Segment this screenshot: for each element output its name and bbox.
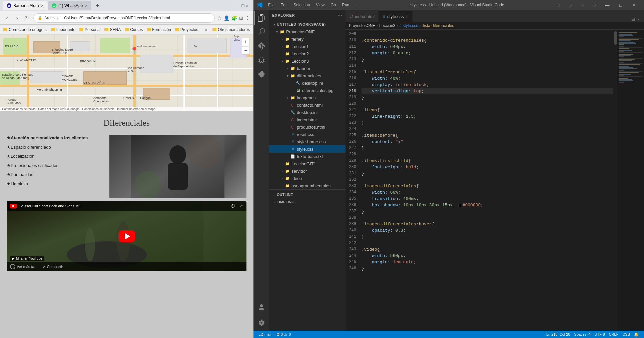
tab-close-2[interactable]: × xyxy=(85,3,87,8)
sidebar-workspace-header[interactable]: ▾ UNTITLED (WORKSPACE) xyxy=(269,21,346,28)
sidebar-toggle-icon[interactable]: ⊞ xyxy=(239,15,243,21)
youtube-share-button[interactable]: ↗ Compartir xyxy=(43,265,63,269)
timeline-panel[interactable]: › TIMELINE xyxy=(269,198,346,206)
activity-search[interactable] xyxy=(254,25,268,39)
tree-item-contacto[interactable]: › ⬡ contacto.html xyxy=(269,101,346,109)
youtube-embed[interactable]: Scissor Cut Short Back and Sides M... ⏱ … xyxy=(7,201,246,271)
statusbar-eol[interactable]: CRLF xyxy=(607,332,621,337)
layout-icon-1[interactable]: ⊟ xyxy=(553,1,563,9)
youtube-play-button[interactable] xyxy=(118,230,135,242)
tree-item-proyectosone[interactable]: ▾ 📁 ProyectosONE xyxy=(269,28,346,35)
breadcrumb-selector[interactable]: .lista-diferenciales xyxy=(422,23,454,28)
statusbar-language[interactable]: CSS xyxy=(620,332,632,337)
bookmark-personal[interactable]: Personal xyxy=(79,27,100,32)
activity-settings[interactable] xyxy=(254,316,268,329)
extensions-icon[interactable]: 🧩 xyxy=(231,15,237,21)
statusbar-feedback[interactable]: 🔔 xyxy=(632,332,641,337)
menu-file[interactable]: File xyxy=(265,0,277,10)
more-actions-icon[interactable]: ⋯ xyxy=(636,17,641,22)
tree-item-banner[interactable]: › 📁 banner xyxy=(269,65,346,72)
statusbar-encoding[interactable]: UTF-8 xyxy=(592,332,607,337)
tree-item-leccion1[interactable]: › 📁 Leccion1 xyxy=(269,43,346,50)
tree-item-index-html[interactable]: › ⬡ index.html xyxy=(269,116,346,123)
tab-close-button[interactable]: × xyxy=(406,14,408,19)
tree-item-imagenes[interactable]: › 📁 imagenes xyxy=(269,94,346,101)
breadcrumb-file[interactable]: # style.css xyxy=(399,23,418,28)
close-button[interactable]: × xyxy=(627,0,641,10)
minimize-button[interactable]: ― xyxy=(601,0,614,10)
statusbar-branch[interactable]: ⎇ main xyxy=(257,332,274,337)
bookmark-otros[interactable]: Otros marcadores xyxy=(212,27,250,32)
statusbar-position[interactable]: Ln 218, Col 28 xyxy=(544,332,572,337)
menu-run[interactable]: Run xyxy=(339,0,352,10)
tree-item-lecciongit1[interactable]: › 📁 LeccionGIT1 xyxy=(269,160,346,167)
mirror-badge[interactable]: ▶ Mirar en YouTube xyxy=(10,256,44,261)
bookmarks-overflow-icon[interactable]: » xyxy=(204,27,207,32)
menu-view[interactable]: View xyxy=(313,0,327,10)
tree-item-desktop-ini-2[interactable]: › 🔧 desktop.ini xyxy=(269,109,346,116)
activity-explorer[interactable] xyxy=(254,11,268,25)
address-bar[interactable]: 🔒 Archivo | C:/Users/Sena/Desktop/Proyec… xyxy=(33,13,215,23)
menu-dots-icon[interactable]: ⋮ xyxy=(245,15,250,21)
menu-go[interactable]: Go xyxy=(328,0,339,10)
tree-item-servidor[interactable]: › 📁 servidor xyxy=(269,167,346,175)
browser-maximize-icon[interactable]: □ xyxy=(241,3,244,8)
tree-item-texto-base[interactable]: › 📄 texto-base.txt xyxy=(269,153,346,160)
activity-extensions[interactable] xyxy=(254,67,268,81)
zoom-out-button[interactable]: − xyxy=(242,47,250,55)
browser-tab-1[interactable]: B Barbería Alura × xyxy=(3,1,48,10)
tree-item-leccion2[interactable]: › 📁 Leccion2 xyxy=(269,50,346,57)
tree-item-asoagroambientales[interactable]: › 📁 asoagroambientales xyxy=(269,182,346,189)
statusbar-errors[interactable]: ⊗ 0 ⚠ 0 xyxy=(274,332,293,337)
outline-panel[interactable]: › OUTLINE xyxy=(269,191,346,198)
menu-selection[interactable]: Selection xyxy=(291,0,312,10)
tab-close-1[interactable]: × xyxy=(41,3,44,8)
layout-icon-4[interactable]: ⊟ xyxy=(589,1,599,9)
split-editor-icon[interactable]: ⊟ xyxy=(631,17,635,22)
profile-icon[interactable]: 👤 xyxy=(224,15,229,21)
youtube-ver-button[interactable]: Ver más ta... xyxy=(10,264,37,269)
tree-item-ferney[interactable]: › 📁 ferney xyxy=(269,35,346,43)
map-error-link[interactable]: Informar un error en el mapa xyxy=(117,107,155,111)
tree-item-ideco[interactable]: › 📁 ideco xyxy=(269,175,346,182)
tree-item-leccion3[interactable]: ▾ 📁 Leccion3 xyxy=(269,57,346,65)
map-terms-link[interactable]: Condiciones del servicio xyxy=(82,107,114,111)
zoom-in-button[interactable]: + xyxy=(242,38,250,46)
refresh-button[interactable]: ↻ xyxy=(23,14,31,22)
bookmark-cursos[interactable]: Cursos xyxy=(125,27,143,32)
tree-item-diferenciales-jpg[interactable]: › 🖼 diferenciales.jpg xyxy=(269,87,346,94)
sidebar-menu-icon[interactable]: ⋯ xyxy=(338,13,342,18)
tree-item-productos[interactable]: › ⬡ productos.html xyxy=(269,123,346,131)
bookmark-formacion[interactable]: Formación xyxy=(147,27,171,32)
tab-style-css[interactable]: # style.css × xyxy=(379,11,413,22)
menu-edit[interactable]: Edit xyxy=(278,0,290,10)
activity-source-control[interactable] xyxy=(254,39,268,53)
activity-account[interactable] xyxy=(254,301,268,314)
tree-item-style-css[interactable]: › # style.css xyxy=(269,145,346,153)
bookmark-importante[interactable]: Importante xyxy=(51,27,75,32)
tree-item-style-home[interactable]: › # style-home.css xyxy=(269,138,346,145)
breadcrumb-proyectosone[interactable]: ProyectosONE xyxy=(349,23,375,28)
browser-tab-2[interactable]: W (1) WhatsApp × xyxy=(48,1,92,10)
statusbar-spaces[interactable]: Spaces: 4 xyxy=(572,332,593,337)
browser-close-icon[interactable]: × xyxy=(246,3,248,8)
activity-debug[interactable] xyxy=(254,53,268,67)
forward-button[interactable]: › xyxy=(13,14,21,22)
code-content[interactable]: .contenido-diferenciales{ width: 640px; … xyxy=(359,30,613,331)
bookmark-sena[interactable]: SENA xyxy=(104,27,121,32)
browser-minimize-icon[interactable]: ― xyxy=(235,3,240,8)
bookmark-star-icon[interactable]: ☆ xyxy=(217,15,222,21)
tree-item-reset-css[interactable]: › # reset.css xyxy=(269,131,346,138)
bookmark-corrector[interactable]: Corrector de ortogrr... xyxy=(3,27,47,32)
editor-scrollbar[interactable] xyxy=(613,30,617,331)
tree-item-diferenciales-folder[interactable]: ▾ 📁 diferenciales xyxy=(269,72,346,79)
back-button[interactable]: ‹ xyxy=(3,14,11,22)
menu-more[interactable]: … xyxy=(353,0,362,10)
maximize-button[interactable]: □ xyxy=(614,0,627,10)
new-tab-button[interactable]: + xyxy=(93,1,102,10)
tree-item-desktop-ini-1[interactable]: › 🔧 desktop.ini xyxy=(269,79,346,87)
bookmark-proyectos[interactable]: Proyectos xyxy=(175,27,198,32)
layout-icon-3[interactable]: ⊡ xyxy=(577,1,587,9)
breadcrumb-leccion3[interactable]: Leccion3 xyxy=(379,23,395,28)
tab-index-html[interactable]: ⬡ index.html xyxy=(346,11,379,22)
